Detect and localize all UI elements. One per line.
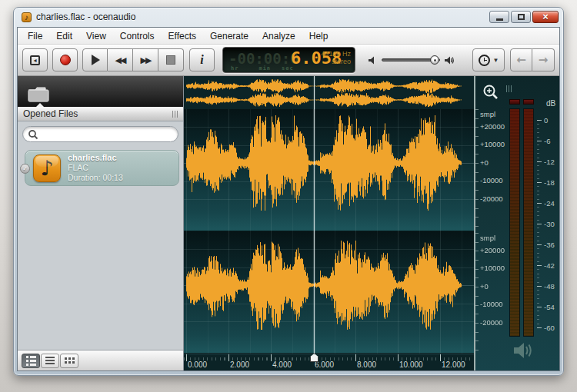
volume-down-icon[interactable] bbox=[368, 55, 378, 65]
output-speaker-icon[interactable] bbox=[512, 341, 535, 360]
rewind-button[interactable]: ◀◀ bbox=[108, 48, 133, 71]
menu-effects[interactable]: Effects bbox=[162, 28, 203, 44]
meter-grip-icon[interactable] bbox=[506, 85, 512, 92]
db-tick-label: -60 bbox=[544, 324, 555, 332]
file-name: charlies.flac bbox=[68, 153, 123, 163]
menu-help[interactable]: Help bbox=[302, 28, 335, 44]
amp-unit-label: smpl bbox=[480, 110, 495, 118]
stop-icon bbox=[166, 55, 175, 65]
audio-file-icon: ♪ bbox=[33, 154, 61, 182]
forward-arrow-icon: → bbox=[539, 53, 549, 67]
menu-file[interactable]: File bbox=[21, 28, 49, 44]
app-window: ♪ charlies.flac - ocenaudio × File Edit … bbox=[13, 7, 564, 376]
amp-tick-label: +10000 bbox=[480, 264, 505, 272]
time-tick-10: 10.000 bbox=[399, 360, 423, 369]
toolbar: ◂ ◀◀ ▶▶ i -00:00:0 6.058 hrminsec 44100 … bbox=[18, 45, 559, 76]
search-area bbox=[18, 121, 183, 146]
file-format: FLAC bbox=[68, 163, 123, 173]
time-display: -00:00:0 6.058 hrminsec 44100 Hz stereo bbox=[222, 47, 355, 73]
clock-icon bbox=[479, 55, 490, 66]
db-tick-label: -54 bbox=[544, 303, 555, 311]
amp-tick-label: +10000 bbox=[480, 140, 505, 148]
playhead-line[interactable] bbox=[314, 76, 315, 354]
amp-tick-label: -10000 bbox=[480, 176, 503, 184]
search-input[interactable] bbox=[42, 130, 165, 139]
amp-tick-label: +0 bbox=[480, 282, 489, 291]
skip-to-start-button[interactable]: ◂ bbox=[22, 48, 48, 71]
db-tick-label: -42 bbox=[544, 261, 555, 270]
search-icon bbox=[28, 129, 38, 140]
menubar: File Edit View Controls Effects Generate… bbox=[18, 28, 559, 45]
file-list: ✓ ♪ charlies.flac FLAC Duration: 00:13 bbox=[18, 146, 183, 350]
redo-forward-button[interactable]: → bbox=[532, 48, 555, 71]
waveform-panel[interactable]: 0.000 2.000 4.000 6.000 8.000 10.000 12.… bbox=[184, 76, 474, 370]
compact-list-icon bbox=[45, 357, 55, 364]
menu-view[interactable]: View bbox=[79, 28, 113, 44]
view-detailed-list-button[interactable] bbox=[22, 354, 40, 368]
waveform-channel-left[interactable] bbox=[184, 109, 474, 231]
menu-generate[interactable]: Generate bbox=[203, 28, 255, 44]
view-grid-button[interactable] bbox=[60, 354, 78, 368]
zoom-in-icon[interactable] bbox=[482, 83, 500, 101]
sidebar-toolbar bbox=[18, 76, 183, 107]
amp-tick-label: +0 bbox=[480, 158, 489, 167]
maximize-icon bbox=[518, 14, 525, 20]
amp-tick-label: +20000 bbox=[480, 122, 505, 131]
back-arrow-icon: ← bbox=[516, 53, 526, 67]
stop-button[interactable] bbox=[158, 48, 184, 71]
close-button[interactable]: × bbox=[532, 11, 559, 23]
menu-edit[interactable]: Edit bbox=[49, 28, 79, 44]
volume-slider-knob[interactable] bbox=[430, 55, 439, 65]
opened-files-folder-icon[interactable] bbox=[27, 85, 50, 104]
sample-rate-label: 44100 Hz stereo bbox=[321, 50, 351, 65]
db-tick-label: -48 bbox=[544, 282, 555, 291]
file-active-check-icon: ✓ bbox=[20, 164, 30, 174]
meter-bar-left bbox=[509, 108, 520, 337]
menu-controls[interactable]: Controls bbox=[113, 28, 162, 44]
db-tick-label: 0 bbox=[544, 116, 548, 125]
timeline-ruler[interactable]: 0.000 2.000 4.000 6.000 8.000 10.000 12.… bbox=[184, 354, 474, 370]
volume-slider[interactable] bbox=[382, 58, 440, 61]
app-icon: ♪ bbox=[22, 12, 32, 22]
amp-tick-label: -10000 bbox=[480, 300, 503, 308]
volume-up-icon[interactable] bbox=[444, 55, 455, 65]
meter-bar-right bbox=[523, 108, 534, 337]
db-title: dB bbox=[546, 99, 555, 108]
opened-files-header[interactable]: Opened Files bbox=[18, 107, 183, 121]
record-button[interactable] bbox=[52, 48, 78, 71]
volume-control bbox=[368, 55, 455, 65]
time-tick-12: 12.000 bbox=[442, 360, 465, 369]
time-units: hrminsec bbox=[231, 65, 305, 71]
undo-back-button[interactable]: ← bbox=[510, 48, 532, 71]
view-mode-bar bbox=[18, 350, 183, 370]
fast-forward-button[interactable]: ▶▶ bbox=[133, 48, 158, 71]
time-tick-2: 2.000 bbox=[230, 360, 249, 369]
info-button[interactable]: i bbox=[189, 48, 215, 71]
waveform-overview[interactable] bbox=[184, 76, 474, 109]
waveform-channel-right[interactable] bbox=[184, 231, 474, 354]
time-tick-8: 8.000 bbox=[357, 360, 376, 369]
play-button[interactable] bbox=[82, 48, 108, 71]
minimize-button[interactable] bbox=[489, 11, 509, 23]
rewind-icon: ◀◀ bbox=[115, 55, 125, 65]
time-ghost-digits: -00:00:0 bbox=[228, 50, 299, 67]
db-tick-label: -36 bbox=[544, 241, 555, 249]
play-icon bbox=[92, 55, 100, 65]
minimize-icon bbox=[496, 18, 503, 21]
panel-grip-icon[interactable] bbox=[172, 111, 178, 118]
close-icon: × bbox=[542, 12, 549, 22]
opened-files-title: Opened Files bbox=[23, 108, 78, 119]
menu-analyze[interactable]: Analyze bbox=[255, 28, 302, 44]
amplitude-ruler-right: smpl +20000 +10000 +0 -10000 -20000 bbox=[475, 233, 509, 356]
record-icon bbox=[60, 55, 71, 65]
time-format-button[interactable]: ▼ bbox=[472, 48, 505, 71]
titlebar[interactable]: ♪ charlies.flac - ocenaudio × bbox=[14, 8, 563, 26]
amp-unit-label: smpl bbox=[480, 234, 495, 242]
maximize-button[interactable] bbox=[511, 11, 531, 23]
view-compact-list-button[interactable] bbox=[41, 354, 59, 368]
db-tick-label: -6 bbox=[544, 137, 550, 145]
db-tick-label: -24 bbox=[544, 199, 555, 208]
file-item-charlies[interactable]: ✓ ♪ charlies.flac FLAC Duration: 00:13 bbox=[25, 150, 179, 186]
amp-tick-label: -20000 bbox=[480, 194, 503, 203]
grid-icon bbox=[65, 357, 75, 364]
